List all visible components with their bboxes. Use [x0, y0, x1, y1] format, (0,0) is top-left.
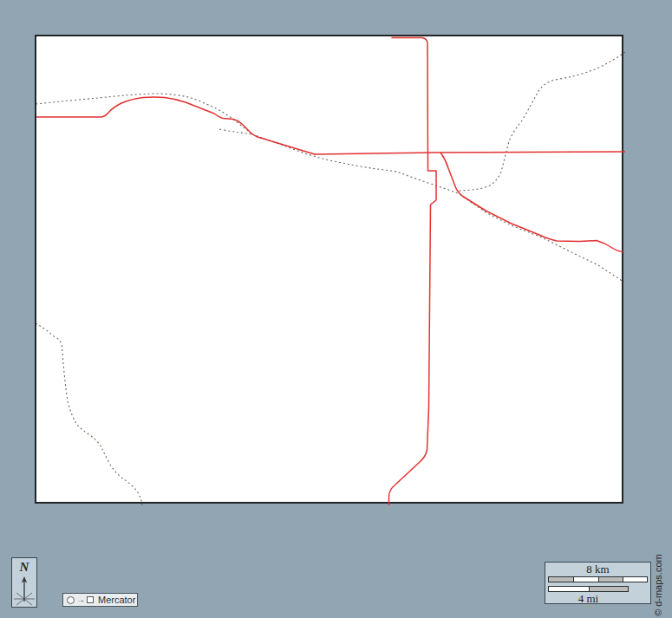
scale-segment [589, 587, 629, 591]
main-stream [252, 134, 623, 282]
map-drawing [36, 36, 625, 505]
east-horizontal-road [315, 152, 625, 154]
northeast-tributary [457, 52, 625, 192]
scale-segment [549, 587, 589, 591]
map-page: { "window": { "background_color": "#92a5… [0, 0, 672, 618]
north-stream [36, 94, 251, 133]
scale-km-label: 8 km [548, 563, 648, 576]
scale-mi-label: 4 mi [548, 593, 629, 605]
north-arrow-icon [12, 575, 36, 607]
southwest-stream [36, 323, 142, 505]
projection-name: Mercator [98, 595, 135, 605]
projection-box: → Mercator [62, 593, 138, 607]
map-canvas [35, 35, 623, 504]
scale-segment [549, 577, 573, 582]
scale-segment [573, 577, 597, 582]
north-south-road [389, 38, 437, 506]
scale-segment [598, 577, 623, 582]
scale-segment [623, 577, 647, 582]
west-road [36, 97, 315, 154]
arrow-right-icon: → [76, 595, 85, 604]
globe-circle-icon [67, 596, 75, 604]
compass-north-label: N [12, 560, 36, 575]
southeast-road [440, 153, 623, 252]
scale-bar-km [548, 576, 648, 582]
compass-box: N [11, 557, 37, 608]
copyright-credit: © d-maps.com [653, 545, 663, 616]
flat-square-icon [87, 596, 94, 603]
scale-box: 8 km 4 mi [545, 562, 651, 604]
scale-bar-mi [548, 586, 629, 592]
